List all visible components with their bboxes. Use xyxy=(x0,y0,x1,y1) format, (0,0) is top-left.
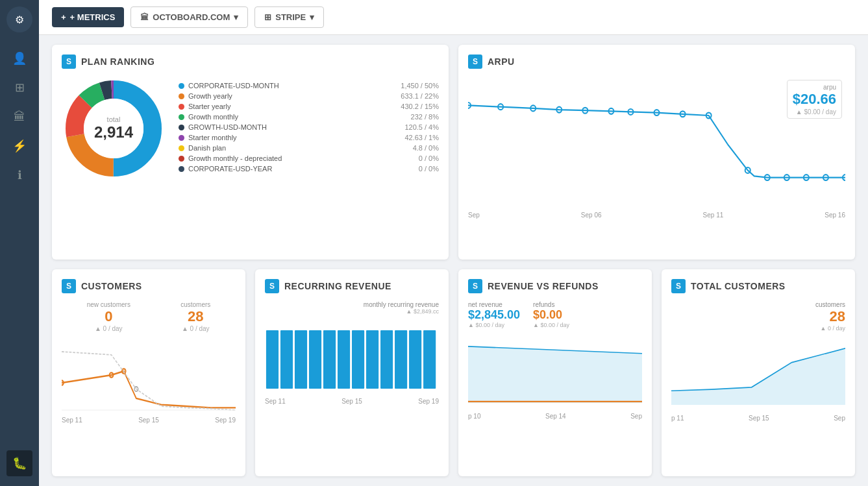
plan-dot xyxy=(179,104,184,110)
net-revenue-value: $2,845.00 xyxy=(468,308,520,322)
plan-value: 42.63 / 1% xyxy=(387,134,439,141)
plan-legend-item: Growth yearly 633.1 / 22% xyxy=(179,92,439,100)
chevron-down-icon-2: ▾ xyxy=(310,12,314,22)
refunds-value: $0.00 xyxy=(533,308,569,322)
plan-dot xyxy=(179,114,184,120)
svg-rect-36 xyxy=(366,330,378,389)
new-customers-label: new customers xyxy=(87,301,130,308)
plan-value: 0 / 0% xyxy=(387,165,439,173)
main-content: + + METRICS 🏛 OCTOBOARD.COM ▾ ⊞ STRIPE ▾… xyxy=(39,0,868,486)
svg-marker-43 xyxy=(671,348,845,404)
svg-rect-31 xyxy=(295,330,307,389)
rev-refunds-metrics: net revenue $2,845.00 ▲ $0.00 / day refu… xyxy=(468,301,642,328)
donut-chart: total 2,914 xyxy=(62,77,166,180)
plan-ranking-header: S PLAN RANKING xyxy=(62,55,439,69)
customers-count-label: customers xyxy=(180,301,210,308)
metrics-label: + METRICS xyxy=(70,12,116,22)
stripe-logo-recurring: S xyxy=(265,279,279,293)
refunds-label: refunds xyxy=(533,301,569,308)
arpu-axis: Sep Sep 06 Sep 11 Sep 16 xyxy=(468,212,845,219)
plan-dot xyxy=(179,135,184,141)
plan-dot xyxy=(179,166,184,172)
rev-refunds-chart xyxy=(468,332,642,410)
new-customers-value: 0 xyxy=(87,308,130,325)
plan-legend-item: Growth monthly - depreciated 0 / 0% xyxy=(179,154,439,162)
arpu-axis-sep11: Sep 11 xyxy=(703,212,724,219)
svg-rect-37 xyxy=(380,330,393,389)
arpu-title: ARPU xyxy=(488,56,515,67)
plan-ranking-title: PLAN RANKING xyxy=(81,56,155,67)
plan-ranking-body: total 2,914 CORPORATE-USD-MONTH 1,450 / … xyxy=(62,77,439,180)
plan-dot xyxy=(179,125,184,130)
svg-rect-39 xyxy=(409,330,421,389)
stripe-button[interactable]: ⊞ STRIPE ▾ xyxy=(254,6,324,28)
dashboard-grid: S PLAN RANKING xyxy=(39,35,868,486)
customers-count-sub: ▲ 0 / day xyxy=(180,325,210,332)
svg-rect-33 xyxy=(323,330,336,389)
rev-refunds-title: REVENUE VS REFUNDS xyxy=(488,281,599,291)
donut-center: total 2,914 xyxy=(94,115,133,141)
arpu-badge-label: arpu xyxy=(823,84,836,91)
revenue-refunds-card: S REVENUE VS REFUNDS net revenue $2,845.… xyxy=(458,269,652,477)
stripe-logo-plan: S xyxy=(62,55,76,69)
total-cust-axis: p 11 Sep 15 Sep xyxy=(671,415,845,422)
arpu-card: S ARPU arpu $20.66 ▲ $0.00 / day xyxy=(458,45,855,260)
svg-rect-38 xyxy=(395,330,407,389)
arpu-value: $20.66 xyxy=(793,91,836,108)
new-customers-metric: new customers 0 ▲ 0 / day xyxy=(87,301,130,332)
arpu-chart-area: arpu $20.66 ▲ $0.00 / day xyxy=(468,77,845,206)
sidebar-item-bank[interactable]: 🏛 xyxy=(6,104,32,130)
plan-legend-item: GROWTH-USD-MONTH 120.5 / 4% xyxy=(179,123,439,131)
sidebar-item-integrations[interactable]: ⚡ xyxy=(6,133,32,159)
recurring-revenue-card: S RECURRING REVENUE monthly recurring re… xyxy=(255,269,449,477)
net-revenue-metric: net revenue $2,845.00 ▲ $0.00 / day xyxy=(468,301,520,328)
total-cust-header: S TOTAL CUSTOMERS xyxy=(671,279,845,293)
plan-legend-item: Danish plan 4.8 / 0% xyxy=(179,144,439,152)
donut-total-label: total xyxy=(94,115,133,123)
refunds-metric: refunds $0.00 ▲ $0.00 / day xyxy=(533,301,569,328)
total-cust-value: 28 xyxy=(671,308,845,325)
svg-rect-34 xyxy=(338,330,350,389)
plan-name: Growth monthly - depreciated xyxy=(188,154,383,162)
topbar: + + METRICS 🏛 OCTOBOARD.COM ▾ ⊞ STRIPE ▾ xyxy=(39,0,868,35)
svg-rect-40 xyxy=(423,330,436,389)
arpu-axis-sep16: Sep 16 xyxy=(825,212,845,219)
recurring-chart xyxy=(265,317,439,395)
customers-card: S CUSTOMERS new customers 0 ▲ 0 / day cu… xyxy=(52,269,245,477)
stripe-logo-total: S xyxy=(671,279,686,293)
plan-name: GROWTH-USD-MONTH xyxy=(188,123,383,131)
sidebar-logo: ⚙ xyxy=(6,6,32,32)
stripe-logo-cust: S xyxy=(62,279,76,293)
sidebar-item-dashboard[interactable]: ⊞ xyxy=(6,75,32,101)
recurring-header: S RECURRING REVENUE xyxy=(265,279,439,293)
plan-dot xyxy=(179,83,184,89)
plan-value: 4.8 / 0% xyxy=(387,144,439,152)
plan-value: 430.2 / 15% xyxy=(387,103,439,110)
plan-name: CORPORATE-USD-MONTH xyxy=(188,82,383,90)
svg-marker-41 xyxy=(468,346,642,402)
plan-dot xyxy=(179,156,184,162)
svg-rect-30 xyxy=(280,330,293,389)
donut-total-value: 2,914 xyxy=(94,123,133,141)
plan-value: 633.1 / 22% xyxy=(387,92,439,100)
plan-name: Danish plan xyxy=(188,144,383,152)
plan-value: 0 / 0% xyxy=(387,154,439,162)
plus-icon: + xyxy=(61,12,66,22)
total-cust-sub: ▲ 0 / day xyxy=(671,325,845,332)
recurring-title: RECURRING REVENUE xyxy=(284,281,391,291)
sidebar-item-profile[interactable]: 👤 xyxy=(6,45,32,71)
plan-name: Starter monthly xyxy=(188,134,383,141)
customers-title: CUSTOMERS xyxy=(81,281,142,291)
total-cust-metrics: customers 28 ▲ 0 / day xyxy=(671,301,845,332)
plan-name: Growth monthly xyxy=(188,113,383,121)
metrics-button[interactable]: + + METRICS xyxy=(52,7,124,27)
plan-value: 1,450 / 50% xyxy=(387,82,439,90)
octoboard-button[interactable]: 🏛 OCTOBOARD.COM ▾ xyxy=(130,6,248,28)
arpu-header: S ARPU xyxy=(468,55,845,69)
svg-rect-35 xyxy=(352,330,364,389)
plan-value: 232 / 8% xyxy=(387,113,439,121)
sidebar-item-info[interactable]: ℹ xyxy=(6,162,32,188)
plan-legend-item: CORPORATE-USD-MONTH 1,450 / 50% xyxy=(179,82,439,90)
plan-name: Growth yearly xyxy=(188,92,383,100)
sidebar-item-debug[interactable]: 🐛 xyxy=(6,450,32,476)
